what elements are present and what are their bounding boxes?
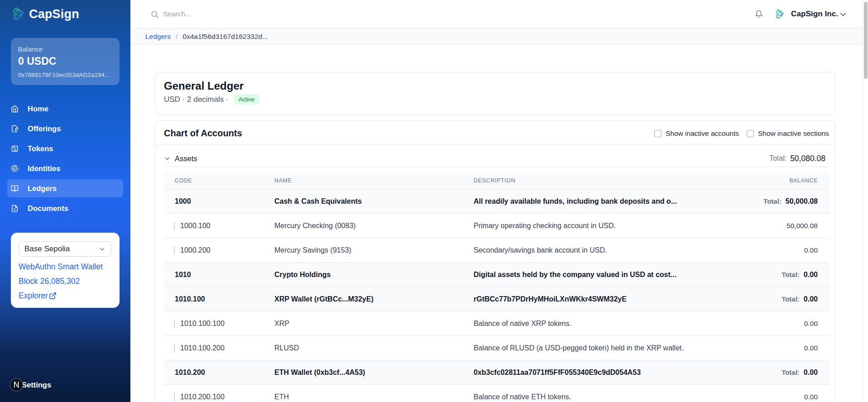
svg-text:01: 01 xyxy=(13,146,16,148)
svg-text:10: 10 xyxy=(14,148,16,151)
